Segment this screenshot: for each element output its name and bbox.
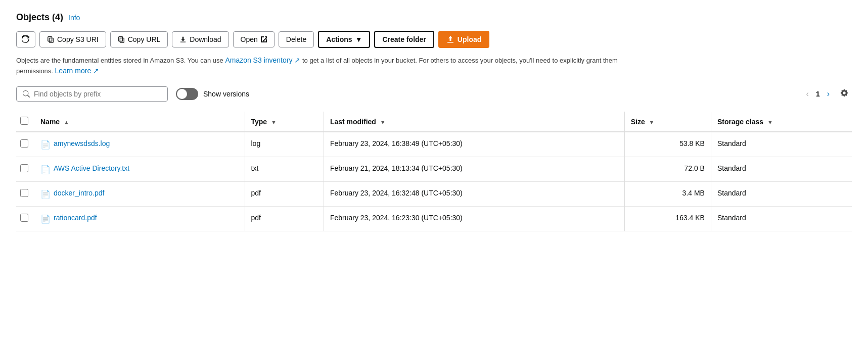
show-versions-container: Show versions [176, 88, 249, 100]
type-sort-icon: ▼ [271, 119, 277, 125]
row-checkbox[interactable] [20, 214, 28, 222]
delete-button[interactable]: Delete [279, 31, 314, 47]
row-storage-class: Standard [711, 182, 852, 207]
col-header-storage-class[interactable]: Storage class ▼ [711, 112, 852, 132]
download-button[interactable]: Download [172, 31, 229, 47]
last-modified-sort-icon: ▼ [380, 119, 386, 125]
file-icon: 📄 [40, 140, 51, 150]
file-link[interactable]: 📄 amynewsdsds.log [40, 139, 239, 150]
section-title: Objects (4) [16, 12, 63, 23]
file-icon: 📄 [40, 189, 51, 199]
table-row: 📄 amynewsdsds.log log February 23, 2024,… [16, 132, 852, 157]
row-storage-class: Standard [711, 207, 852, 231]
row-size: 53.8 KB [624, 132, 711, 157]
search-box [16, 86, 168, 102]
actions-chevron-icon: ▼ [355, 35, 362, 43]
file-icon: 📄 [40, 214, 51, 224]
table-row: 📄 AWS Active Directory.txt txt February … [16, 157, 852, 182]
refresh-button[interactable] [16, 31, 35, 47]
upload-button[interactable]: Upload [438, 31, 489, 48]
row-type: pdf [245, 182, 324, 207]
select-all-checkbox[interactable] [20, 117, 28, 125]
row-size: 163.4 KB [624, 207, 711, 231]
table-row: 📄 docker_intro.pdf pdf February 23, 2024… [16, 182, 852, 207]
open-button[interactable]: Open [233, 31, 275, 47]
filters-row: Show versions ‹ 1 › [16, 86, 852, 102]
copy-icon [47, 36, 54, 43]
storage-class-sort-icon: ▼ [767, 119, 773, 125]
refresh-icon [22, 35, 30, 43]
file-link[interactable]: 📄 docker_intro.pdf [40, 189, 239, 199]
row-name: 📄 docker_intro.pdf [34, 182, 245, 207]
svg-rect-1 [48, 37, 52, 41]
create-folder-button[interactable]: Create folder [374, 31, 434, 48]
svg-rect-5 [447, 42, 453, 43]
file-link[interactable]: 📄 rationcard.pdf [40, 214, 239, 224]
row-checkbox-cell [16, 132, 34, 157]
row-last-modified: February 21, 2024, 18:13:34 (UTC+05:30) [324, 157, 624, 182]
row-name: 📄 amynewsdsds.log [34, 132, 245, 157]
row-last-modified: February 23, 2024, 16:23:30 (UTC+05:30) [324, 207, 624, 231]
file-icon: 📄 [40, 165, 51, 174]
svg-rect-4 [180, 41, 186, 42]
copy-url-icon [118, 36, 125, 43]
show-versions-toggle[interactable] [176, 88, 198, 100]
actions-button[interactable]: Actions ▼ [318, 31, 370, 48]
learn-more-link[interactable]: Learn more ↗ [55, 67, 99, 75]
row-name: 📄 AWS Active Directory.txt [34, 157, 245, 182]
objects-table: Name ▲ Type ▼ Last modified ▼ Size ▼ Sto… [16, 112, 852, 231]
svg-rect-0 [49, 38, 53, 42]
row-type: log [245, 132, 324, 157]
row-storage-class: Standard [711, 157, 852, 182]
col-header-size[interactable]: Size ▼ [624, 112, 711, 132]
file-link[interactable]: 📄 AWS Active Directory.txt [40, 164, 239, 174]
row-storage-class: Standard [711, 132, 852, 157]
row-last-modified: February 23, 2024, 16:38:49 (UTC+05:30) [324, 132, 624, 157]
row-checkbox-cell [16, 157, 34, 182]
name-sort-icon: ▲ [64, 119, 69, 125]
row-checkbox[interactable] [20, 139, 28, 148]
download-icon [179, 36, 187, 43]
row-type: txt [245, 157, 324, 182]
search-icon [23, 90, 30, 97]
pagination-row: ‹ 1 › [803, 87, 852, 101]
pagination-current: 1 [816, 90, 820, 98]
row-size: 3.4 MB [624, 182, 711, 207]
row-checkbox-cell [16, 182, 34, 207]
col-header-type[interactable]: Type ▼ [245, 112, 324, 132]
row-checkbox[interactable] [20, 164, 28, 172]
upload-icon [446, 35, 454, 43]
toolbar: Copy S3 URI Copy URL Download Open Delet… [16, 31, 852, 48]
row-checkbox-cell [16, 207, 34, 231]
info-link[interactable]: Info [68, 14, 80, 22]
gear-icon [840, 88, 849, 97]
row-checkbox[interactable] [20, 189, 28, 197]
select-all-header [16, 112, 34, 132]
col-header-name[interactable]: Name ▲ [34, 112, 245, 132]
copy-s3-uri-button[interactable]: Copy S3 URI [39, 31, 106, 47]
row-type: pdf [245, 207, 324, 231]
pagination-prev-button[interactable]: ‹ [803, 88, 812, 100]
size-sort-icon: ▼ [649, 119, 655, 125]
copy-url-button[interactable]: Copy URL [110, 31, 168, 47]
svg-rect-3 [118, 37, 122, 41]
row-size: 72.0 B [624, 157, 711, 182]
search-input[interactable] [34, 90, 161, 98]
s3-inventory-link[interactable]: Amazon S3 inventory ↗ [225, 56, 300, 64]
info-text: Objects are the fundamental entities sto… [16, 55, 623, 76]
open-external-icon [261, 36, 267, 42]
settings-button[interactable] [837, 87, 852, 101]
pagination-next-button[interactable]: › [824, 88, 833, 100]
show-versions-label: Show versions [203, 90, 249, 98]
row-last-modified: February 23, 2024, 16:32:48 (UTC+05:30) [324, 182, 624, 207]
row-name: 📄 rationcard.pdf [34, 207, 245, 231]
svg-rect-2 [120, 38, 124, 42]
table-row: 📄 rationcard.pdf pdf February 23, 2024, … [16, 207, 852, 231]
col-header-last-modified[interactable]: Last modified ▼ [324, 112, 624, 132]
